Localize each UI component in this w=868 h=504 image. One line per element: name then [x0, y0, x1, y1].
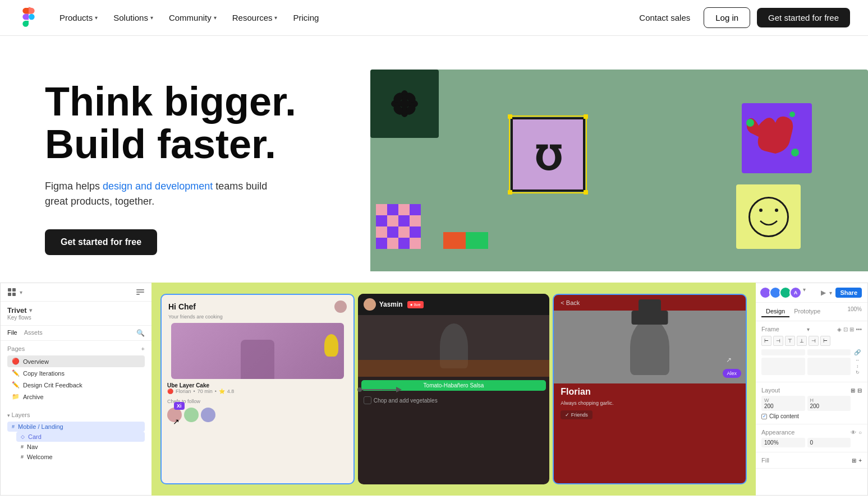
spacer	[853, 438, 862, 447]
get-started-nav-button[interactable]: Get started for free	[757, 8, 850, 27]
layers-section: ▾ Layers # Mobile / Landing ◇ Card # Nav…	[1, 407, 151, 466]
layout-icon	[136, 288, 145, 297]
svg-point-9	[746, 119, 754, 127]
project-name[interactable]: Trivet ▾	[7, 306, 145, 315]
project-header: Trivet ▾ Key flows	[1, 302, 151, 326]
yasmin-header: Yasmin ● live	[358, 294, 550, 315]
align-bottom[interactable]: ⊢	[820, 336, 830, 346]
jester-icon	[742, 103, 812, 173]
hat-top	[639, 299, 661, 316]
xi-badge: Xi	[174, 402, 185, 410]
layer-mobile-landing[interactable]: # Mobile / Landing	[7, 422, 145, 432]
tab-assets[interactable]: Assets	[24, 329, 43, 337]
frame-more-icon[interactable]: •••	[856, 326, 862, 332]
layout-grid-icon[interactable]: ⊞	[851, 387, 855, 394]
editor-toolbar: ▾	[1, 283, 151, 302]
prototype-connection	[360, 389, 382, 390]
cake-meta: 🔴 Florian • 70 min • ⭐ 4.8	[167, 389, 348, 394]
link-icon: 🔗	[853, 349, 862, 355]
design-prototype-tabs: Design Prototype 100%	[756, 303, 867, 321]
frame-section: Frame ▾ ◈ ⊡ ⊞ ••• ⊢ ⊣ ⊤ ⊥ ⊣ ⊢	[756, 321, 867, 382]
task-text: Chop and add vegetables	[374, 397, 438, 404]
align-left[interactable]: ⊢	[761, 336, 771, 346]
get-started-hero-button[interactable]: Get started for free	[45, 229, 157, 255]
clip-content-row: ✓ Clip content	[761, 413, 862, 419]
selection-handle-tr	[584, 114, 588, 119]
frame-copy-icon[interactable]: ⊡	[843, 326, 848, 332]
letter-u-tile: ʊ	[511, 117, 585, 192]
h-label: H	[810, 397, 848, 403]
page-item-overview[interactable]: 🔴 Overview	[7, 355, 145, 367]
fill-grid-icon[interactable]: ⊞	[852, 457, 856, 464]
page-item-design-crit[interactable]: ✏️ Design Crit Feedback	[7, 379, 145, 391]
layers-header: ▾ Layers	[7, 411, 145, 418]
align-buttons: ⊢ ⊣ ⊤ ⊥ ⊣ ⊢	[761, 336, 862, 346]
florian-silhouette	[630, 319, 669, 375]
y-field[interactable]	[807, 349, 851, 355]
layer-welcome[interactable]: # Welcome	[16, 452, 145, 462]
nav-solutions[interactable]: Solutions ▾	[107, 8, 160, 27]
svg-rect-18	[136, 294, 140, 295]
editor-canvas: Hi Chef Your friends are cooking Ube Lay…	[151, 283, 756, 496]
x-field[interactable]	[761, 349, 805, 355]
editor-left-panel: ▾ Trivet ▾ Key flows File Assets 🔍	[0, 283, 151, 496]
cake-info: Ube Layer Cake 🔴 Florian • 70 min • ⭐ 4.…	[162, 379, 353, 397]
svg-rect-16	[136, 289, 144, 290]
canvas-content: Hi Chef Your friends are cooking Ube Lay…	[151, 283, 756, 496]
add-page-button[interactable]: +	[141, 345, 145, 352]
corner-field[interactable]: 0	[807, 438, 851, 447]
editor-right-panel: A ▾ ▶ ▾ Share Design Prototype 100% Fram…	[756, 283, 868, 496]
nav-links: Products ▾ Solutions ▾ Community ▾ Resou…	[53, 8, 632, 27]
tab-file[interactable]: File	[7, 329, 17, 337]
flip-h-icon: ↔	[855, 358, 860, 363]
nav-pricing[interactable]: Pricing	[286, 8, 325, 27]
color-stripe-tile	[443, 232, 488, 249]
nav-community[interactable]: Community ▾	[162, 8, 223, 27]
florian-subtitle: Always chopping garlic.	[554, 400, 746, 406]
eye-icon[interactable]: 👁	[851, 429, 856, 436]
layout-flex-icon[interactable]: ⊟	[857, 387, 862, 394]
frame-duplicate-icon[interactable]: ⊞	[849, 326, 854, 332]
play-chevron[interactable]: ▾	[829, 290, 832, 296]
frame-component-icon[interactable]: ◈	[837, 326, 842, 332]
play-button[interactable]: ▶	[821, 289, 826, 297]
page-item-copy[interactable]: ✏️ Copy Iterations	[7, 367, 145, 379]
fill-add-icon[interactable]: +	[858, 457, 862, 464]
layer-icon: #	[21, 454, 24, 460]
layer-card[interactable]: ◇ Card	[16, 432, 145, 442]
nav-products[interactable]: Products ▾	[53, 8, 104, 27]
login-button[interactable]: Log in	[704, 7, 750, 28]
svg-point-21	[357, 387, 362, 392]
align-top[interactable]: ⊥	[797, 336, 807, 346]
page-item-archive[interactable]: 📁 Archive	[7, 391, 145, 403]
align-right[interactable]: ⊤	[785, 336, 795, 346]
w-label: W	[764, 397, 802, 403]
tab-prototype[interactable]: Prototype	[789, 306, 825, 317]
svg-rect-13	[12, 288, 16, 292]
tab-design[interactable]: Design	[761, 306, 789, 317]
opacity-field[interactable]: 100%	[761, 438, 805, 447]
selection-handle-br	[742, 480, 747, 484]
share-button[interactable]: Share	[835, 288, 862, 298]
cake-image	[171, 323, 344, 379]
position-row: 🔗	[761, 349, 862, 355]
dummy-field	[807, 358, 851, 375]
nav-resources[interactable]: Resources ▾	[226, 8, 284, 27]
clip-checkbox[interactable]: ✓	[761, 414, 767, 419]
chef-header: Hi Chef Your friends are cooking	[162, 295, 353, 323]
cursor-icon: ↗	[173, 417, 180, 426]
layer-nav[interactable]: # Nav	[16, 442, 145, 452]
contact-sales-button[interactable]: Contact sales	[632, 8, 697, 27]
w-field[interactable]: W 200	[761, 396, 805, 411]
search-icon[interactable]: 🔍	[136, 329, 145, 337]
h-field[interactable]: H 200	[807, 396, 851, 411]
l-field[interactable]	[761, 358, 805, 375]
frame-label: Frame	[761, 326, 779, 332]
layer-icon: #	[21, 444, 24, 450]
align-center-h[interactable]: ⊣	[773, 336, 783, 346]
svg-marker-20	[396, 387, 402, 392]
w-value: 200	[764, 403, 802, 409]
align-center-v[interactable]: ⊣	[809, 336, 819, 346]
figma-logo[interactable]	[18, 6, 53, 30]
chef-subtitle: Your friends are cooking	[168, 314, 347, 320]
